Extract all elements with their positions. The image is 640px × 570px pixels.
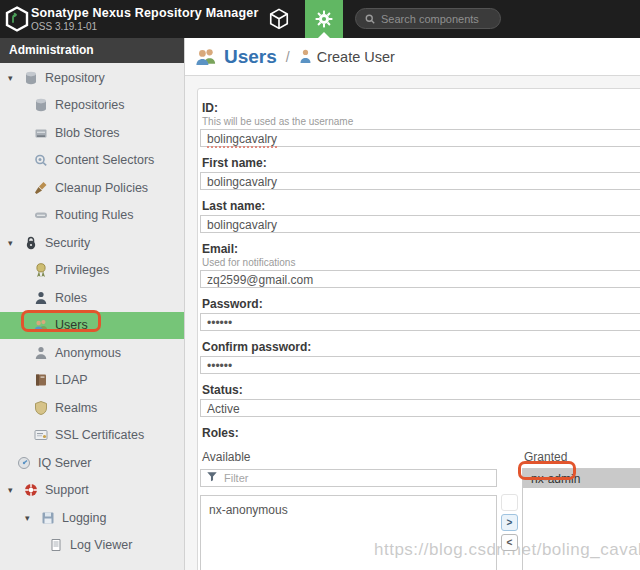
blob-store-icon — [33, 125, 49, 141]
sidebar-item-ssl-certificates[interactable]: SSL Certificates — [0, 422, 184, 450]
form-field-status: Status:Active — [200, 384, 640, 417]
expand-arrow-icon[interactable]: ▾ — [8, 73, 23, 83]
form-fields: ID:This will be used as the usernameboli… — [200, 102, 640, 417]
sidebar-item-support[interactable]: ▾Support — [0, 477, 184, 505]
sidebar-item-iq-server[interactable]: IQ Server — [0, 449, 184, 477]
main-area: Users / Create User ID:This will be used… — [185, 38, 640, 570]
browse-cube-icon[interactable] — [268, 8, 290, 30]
field-input-status[interactable]: Active — [200, 399, 640, 417]
available-role-item[interactable]: nx-anonymous — [201, 500, 496, 520]
sidebar-item-logging[interactable]: ▾Logging — [0, 504, 184, 532]
sidebar-item-routing-rules[interactable]: Routing Rules — [0, 202, 184, 230]
sidebar-item-label: Repositories — [55, 98, 124, 112]
search-input[interactable] — [381, 13, 491, 25]
sidebar-item-repositories[interactable]: Repositories — [0, 92, 184, 120]
move-up-button[interactable] — [501, 494, 518, 511]
field-value: Active — [207, 402, 240, 416]
sidebar-item-users[interactable]: Users — [0, 312, 184, 340]
badge-icon — [33, 262, 49, 278]
expand-arrow-icon[interactable]: ▾ — [8, 238, 23, 248]
granted-column-header: Granted — [522, 450, 640, 462]
sidebar-item-label: SSL Certificates — [55, 428, 144, 442]
gear-icon — [315, 10, 333, 28]
create-user-icon — [299, 49, 312, 64]
field-value: zq2599@gmail.com — [207, 273, 313, 287]
field-helper-text: Used for notifications — [200, 258, 640, 268]
top-header-bar: Sonatype Nexus Repository Manager OSS 3.… — [0, 0, 640, 38]
sidebar-item-roles[interactable]: Roles — [0, 284, 184, 312]
app-window: Sonatype Nexus Repository Manager OSS 3.… — [0, 0, 640, 570]
field-label: ID: — [200, 102, 640, 115]
filter-funnel-icon — [206, 471, 218, 483]
field-label: First name: — [200, 157, 640, 170]
content-selector-icon — [33, 152, 49, 168]
sidebar-item-content-selectors[interactable]: Content Selectors — [0, 147, 184, 175]
field-input-email[interactable]: zq2599@gmail.com — [200, 270, 640, 288]
field-label: Password: — [200, 298, 640, 311]
granted-role-item-selected[interactable]: nx-admin — [523, 469, 640, 488]
anonymous-icon — [33, 345, 49, 361]
users-group-icon — [194, 47, 218, 66]
sidebar-item-label: Blob Stores — [55, 126, 120, 140]
admin-settings-tab[interactable] — [305, 0, 343, 38]
sidebar-item-repository[interactable]: ▾Repository — [0, 64, 184, 92]
global-search[interactable] — [355, 8, 501, 29]
sidebar-item-label: Routing Rules — [55, 208, 134, 222]
sidebar-item-security[interactable]: ▾Security — [0, 229, 184, 257]
field-helper-text: This will be used as the username — [200, 117, 640, 127]
sidebar-item-realms[interactable]: Realms — [0, 394, 184, 422]
field-label: Status: — [200, 384, 640, 397]
shield-icon — [33, 400, 49, 416]
sidebar-item-blob-stores[interactable]: Blob Stores — [0, 119, 184, 147]
sidebar-item-log-viewer[interactable]: Log Viewer — [0, 532, 184, 560]
field-input-confirm-password[interactable]: •••••• — [200, 356, 640, 374]
create-user-form-panel: ID:This will be used as the usernameboli… — [197, 88, 640, 570]
sidebar-item-label: Log Viewer — [70, 538, 132, 552]
breadcrumb-page-title: Create User — [317, 49, 395, 65]
move-right-button[interactable]: > — [501, 514, 518, 531]
breadcrumb-separator: / — [286, 49, 290, 65]
nexus-logo-icon — [5, 6, 29, 32]
certificate-icon — [33, 427, 49, 443]
sidebar-item-label: IQ Server — [38, 456, 92, 470]
gauge-icon — [16, 455, 32, 471]
floppy-icon — [40, 510, 56, 526]
granted-roles-column: Granted nx-admin — [522, 450, 640, 570]
database-icon — [33, 97, 49, 113]
expand-arrow-icon[interactable]: ▾ — [25, 513, 40, 523]
field-input-first-name[interactable]: bolingcavalry — [200, 172, 640, 190]
field-label: Last name: — [200, 200, 640, 213]
sidebar-item-ldap[interactable]: LDAP — [0, 367, 184, 395]
roles-item-selector: Available nx-anonymous > — [200, 450, 640, 570]
sidebar-item-label: Support — [45, 483, 89, 497]
form-field-first-name: First name:bolingcavalry — [200, 157, 640, 190]
field-input-id[interactable]: bolingcavalry — [200, 129, 640, 147]
breadcrumb-section-link[interactable]: Users — [224, 46, 277, 68]
sidebar-item-cleanup-policies[interactable]: Cleanup Policies — [0, 174, 184, 202]
sidebar-item-label: Users — [55, 318, 88, 332]
field-label: Confirm password: — [200, 341, 640, 354]
sidebar-item-privileges[interactable]: Privileges — [0, 257, 184, 285]
field-input-password[interactable]: •••••• — [200, 313, 640, 331]
sidebar-item-anonymous[interactable]: Anonymous — [0, 339, 184, 367]
sidebar-item-label: Logging — [62, 511, 107, 525]
roles-field-label: Roles: — [200, 427, 640, 440]
field-value: •••••• — [207, 359, 232, 373]
admin-sidebar: Administration ▾RepositoryRepositoriesBl… — [0, 38, 185, 570]
roles-filter-input[interactable] — [200, 469, 497, 487]
search-icon — [364, 13, 376, 25]
sidebar-item-label: Roles — [55, 291, 87, 305]
sidebar-item-label: Privileges — [55, 263, 109, 277]
available-roles-list[interactable]: nx-anonymous — [200, 495, 497, 570]
granted-roles-list[interactable]: nx-admin — [522, 468, 640, 570]
sidebar-item-label: LDAP — [55, 373, 88, 387]
lifebuoy-icon — [23, 482, 39, 498]
field-input-last-name[interactable]: bolingcavalry — [200, 215, 640, 233]
broom-icon — [33, 180, 49, 196]
transfer-buttons: > < — [497, 450, 522, 570]
app-title: Sonatype Nexus Repository Manager — [31, 6, 259, 20]
lock-icon — [23, 235, 39, 251]
move-left-button[interactable]: < — [501, 534, 518, 551]
field-value: •••••• — [207, 316, 232, 330]
expand-arrow-icon[interactable]: ▾ — [8, 485, 23, 495]
